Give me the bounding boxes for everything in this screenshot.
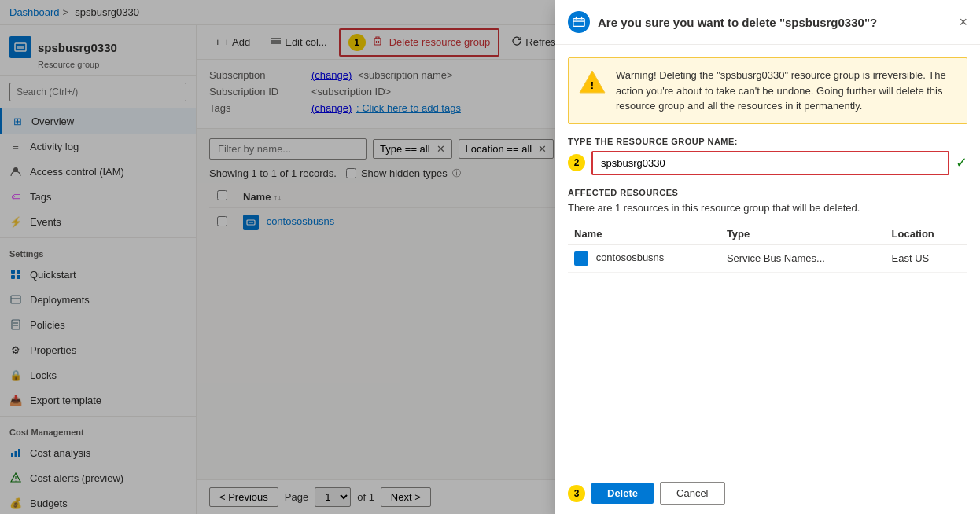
affected-col-name: Name <box>568 223 720 245</box>
warning-icon: ! <box>578 68 606 114</box>
affected-desc: There are 1 resources in this resource g… <box>568 202 967 214</box>
affected-cell-name: contososbusns <box>568 244 720 272</box>
affected-col-location: Location <box>886 223 967 245</box>
affected-resource-name: contososbusns <box>596 251 665 263</box>
affected-resource-icon <box>574 251 588 266</box>
resource-name-input[interactable] <box>591 151 949 175</box>
dialog-overlay: Are you sure you want to delete "spsbusr… <box>0 0 980 514</box>
dialog-header: Are you sure you want to delete "spsbusr… <box>555 0 980 45</box>
svg-text:!: ! <box>591 79 594 91</box>
dialog-title: Are you sure you want to delete "spsbusr… <box>598 16 877 29</box>
dialog-field-label: TYPE THE RESOURCE GROUP NAME: <box>568 137 967 146</box>
dialog-icon <box>568 11 590 33</box>
dialog-input-row: 2 ✓ <box>568 151 967 175</box>
confirm-delete-button[interactable]: Delete <box>591 483 654 504</box>
affected-cell-type: Service Bus Names... <box>720 244 886 272</box>
dialog-body: ! Warning! Deleting the "spsbusrg0330" r… <box>555 45 980 472</box>
affected-title: AFFECTED RESOURCES <box>568 188 967 197</box>
input-check-icon: ✓ <box>956 154 967 171</box>
cancel-button[interactable]: Cancel <box>660 482 724 505</box>
delete-dialog: Are you sure you want to delete "spsbusr… <box>555 0 980 514</box>
svg-rect-25 <box>573 19 584 27</box>
affected-table-row: contososbusns Service Bus Names... East … <box>568 244 967 272</box>
warning-text: Warning! Deleting the "spsbusrg0330" res… <box>616 68 957 114</box>
dialog-close-button[interactable]: × <box>959 15 967 29</box>
affected-table: Name Type Location contososbusns Service… <box>568 223 967 273</box>
affected-cell-location: East US <box>886 244 967 272</box>
dialog-footer: 3 Delete Cancel <box>555 472 980 514</box>
warning-banner: ! Warning! Deleting the "spsbusrg0330" r… <box>568 57 967 124</box>
step2-badge: 2 <box>568 154 585 171</box>
affected-col-type: Type <box>720 223 886 245</box>
step3-badge: 3 <box>568 485 585 502</box>
